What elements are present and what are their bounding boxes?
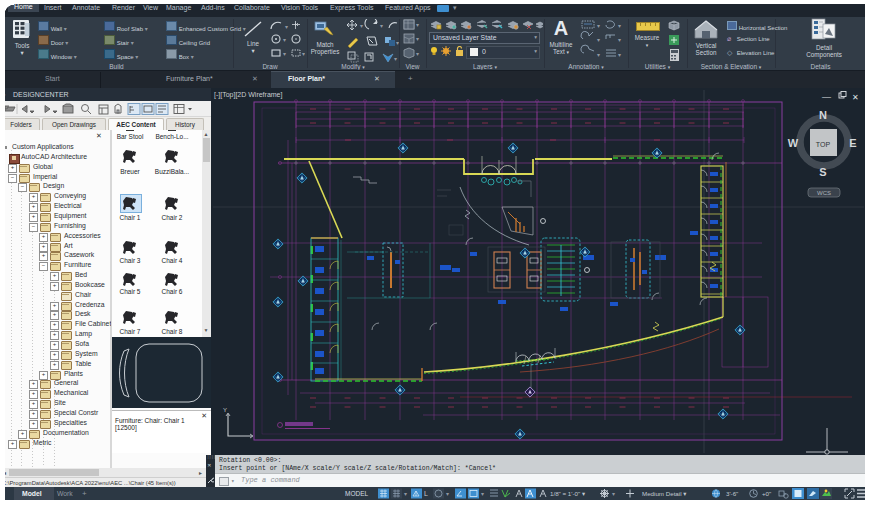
svg-text:▾: ▾ bbox=[618, 52, 621, 58]
svg-text:▾: ▾ bbox=[597, 37, 600, 43]
svg-text:▾: ▾ bbox=[416, 51, 419, 57]
svg-text:L: L bbox=[424, 490, 428, 497]
svg-text:TOP: TOP bbox=[816, 141, 831, 148]
svg-text:—: — bbox=[822, 92, 831, 102]
svg-text:▾: ▾ bbox=[416, 22, 419, 28]
svg-text:WCS: WCS bbox=[817, 190, 831, 196]
svg-text:S: S bbox=[819, 166, 826, 178]
svg-text:Medium Detail ▾: Medium Detail ▾ bbox=[642, 490, 687, 497]
svg-text:▾: ▾ bbox=[416, 36, 419, 42]
svg-text:3'-6": 3'-6" bbox=[726, 490, 738, 497]
svg-text:▾: ▾ bbox=[597, 23, 600, 29]
svg-text:W: W bbox=[788, 137, 799, 149]
svg-text:▾: ▾ bbox=[446, 491, 449, 497]
svg-text:▾: ▾ bbox=[285, 24, 288, 30]
svg-text:[-][Top][2D Wireframe]: [-][Top][2D Wireframe] bbox=[214, 91, 283, 99]
svg-text:▾: ▾ bbox=[394, 56, 397, 62]
svg-text:+0": +0" bbox=[762, 490, 771, 497]
svg-text:▾: ▾ bbox=[283, 37, 286, 43]
svg-text:▾: ▾ bbox=[404, 491, 407, 497]
svg-text:▾: ▾ bbox=[618, 23, 621, 29]
svg-text:E: E bbox=[849, 137, 856, 149]
svg-text:▾: ▾ bbox=[597, 52, 600, 58]
svg-text:▾: ▾ bbox=[380, 23, 383, 29]
svg-text:▾: ▾ bbox=[302, 51, 305, 57]
svg-text:▾: ▾ bbox=[481, 491, 484, 497]
svg-text:▾: ▾ bbox=[283, 51, 286, 57]
svg-text:1/8" = 1'-0" ▾: 1/8" = 1'-0" ▾ bbox=[550, 490, 586, 497]
svg-text:▾: ▾ bbox=[618, 37, 621, 43]
svg-text:▾: ▾ bbox=[360, 23, 363, 29]
svg-text:▾: ▾ bbox=[612, 491, 615, 497]
svg-text:✕: ✕ bbox=[852, 93, 859, 102]
svg-text:N: N bbox=[819, 109, 827, 121]
svg-text:Y: Y bbox=[223, 407, 227, 413]
